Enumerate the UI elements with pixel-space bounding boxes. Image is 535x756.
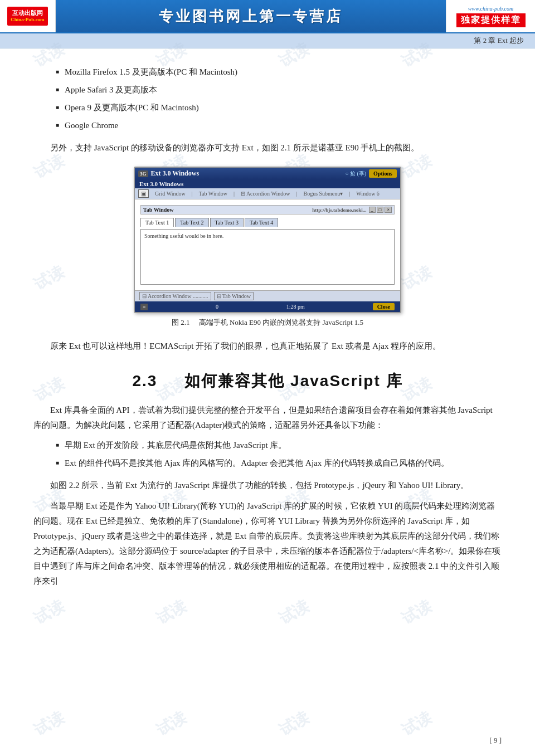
paragraph-5: 当最早期 Ext 还是作为 Yahoo UI! Library(简称 YUI)的… [33, 499, 502, 589]
figure-label: 图 2.1 [172, 318, 190, 326]
nav-grid-window[interactable]: Grid Window [152, 189, 189, 198]
section-heading: 2.3 如何兼容其他 JavaScript 库 [33, 370, 502, 392]
tab-text-2[interactable]: Tab Text 2 [175, 218, 208, 227]
section-number: 2.3 [132, 372, 157, 389]
nokia-title-bar: 3G Ext 3.0 Windows ○ 抢 (季) Options [135, 168, 400, 179]
page-number: [ 9 ] [489, 736, 502, 745]
paragraph-3: Ext 库具备全面的 API，尝试着为我们提供完整的整合开发平台，但是如果结合遗… [33, 403, 502, 433]
header-slogan: 独家提供样章 [456, 13, 526, 27]
section-heading-text: 2.3 如何兼容其他 JavaScript 库 [132, 372, 402, 389]
main-content: Mozilla Firefox 1.5 及更高版本(PC 和 Macintosh… [0, 48, 535, 606]
logo: 互动出版网 China-Pub.com [0, 0, 56, 32]
nokia-restore-btn[interactable]: □ [377, 207, 384, 213]
nav-tab-window[interactable]: Tab Window [196, 189, 231, 198]
feature-list: 早期 Ext 的开发阶段，其底层代码是依附其他 JavaScript 库。 Ex… [56, 438, 502, 470]
tab-window-btn[interactable]: ⊟ Tab Window [214, 292, 254, 300]
list-item: Ext 的组件代码不是按其他 Ajax 库的风格写的。Adapter 会把其他 … [56, 456, 502, 470]
nokia-nav-bar: ▣ Grid Window | Tab Window | ⊟ Accordion… [135, 188, 400, 199]
nokia-inner-title: Tab Window http://bjs.tabdemo.noki... _ … [140, 205, 395, 214]
nokia-status-bar: ≡ 0 1:28 pm Close [135, 301, 400, 312]
accordion-btn[interactable]: ⊟ Accordion Window ........... [139, 292, 211, 300]
figure-2-1: 3G Ext 3.0 Windows ○ 抢 (季) Options Ext 3… [33, 167, 502, 328]
paragraph-4: 如图 2.2 所示，当前 Ext 为流行的 JavaScript 库提供了功能的… [33, 478, 502, 493]
nokia-minimize-btn[interactable]: _ [369, 207, 376, 213]
nokia-3g-badge: 3G [138, 170, 148, 177]
nokia-status-left: 0 [216, 304, 218, 310]
site-title-text: 专业图书网上第一专营店 [159, 7, 343, 26]
nav-icon: ▣ [138, 189, 149, 198]
nokia-tab-area: Tab Text 1 Tab Text 2 Tab Text 3 Tab Tex… [140, 218, 395, 227]
list-item: Apple Safari 3 及更高版本 [56, 83, 502, 96]
tab-text-4[interactable]: Tab Text 4 [245, 218, 278, 227]
figure-caption-text: 高端手机 Nokia E90 内嵌的浏览器支持 JavaScript 1.5 [199, 318, 363, 326]
tab-text-3[interactable]: Tab Text 3 [210, 218, 244, 227]
nokia-menu-icon[interactable]: ≡ [140, 304, 148, 310]
nokia-bottom-bar: ⊟ Accordion Window ........... ⊟ Tab Win… [135, 290, 400, 301]
nokia-close-button[interactable]: Close [373, 303, 395, 310]
list-item: Opera 9 及更高版本(PC 和 Macintosh) [56, 101, 502, 114]
nokia-close-btn-inner[interactable]: × [385, 207, 392, 213]
list-item: 早期 Ext 的开发阶段，其底层代码是依附其他 JavaScript 库。 [56, 438, 502, 452]
chapter-bar: 第 2 章 Ext 起步 [0, 33, 535, 48]
nokia-url: http://bjs.tabdemo.noki... [312, 207, 366, 213]
header: 互动出版网 China-Pub.com 专业图书网上第一专营店 www.chin… [0, 0, 535, 33]
logo-title: 互动出版网 [11, 9, 44, 17]
nokia-signal: ○ 抢 (季) [345, 170, 366, 178]
nokia-options-button: Options [369, 169, 397, 178]
nokia-content-area: Tab Window http://bjs.tabdemo.noki... _ … [135, 199, 400, 290]
site-title: 专业图书网上第一专营店 [56, 0, 446, 32]
nokia-url-and-controls: http://bjs.tabdemo.noki... _ □ × [312, 207, 392, 213]
nokia-inner-title-text: Tab Window [143, 207, 174, 213]
paragraph-2: 原来 Ext 也可以这样地用！ECMAScript 开拓了我们的眼界，也真正地拓… [33, 339, 502, 354]
chapter-label: 第 2 章 Ext 起步 [474, 36, 524, 45]
header-right: www.china-pub.com 独家提供样章 [446, 0, 535, 32]
paragraph-1: 另外，支持 JavaScript 的移动设备的浏览器亦可支持 Ext，如图 2.… [33, 140, 502, 155]
list-item: Google Chrome [56, 119, 502, 132]
browser-list: Mozilla Firefox 1.5 及更高版本(PC 和 Macintosh… [56, 65, 502, 132]
nokia-screenshot: 3G Ext 3.0 Windows ○ 抢 (季) Options Ext 3… [134, 167, 401, 313]
nokia-title-main: Ext 3.0 Windows [151, 169, 200, 178]
nokia-inner-window: Something useful would be in here. [140, 229, 395, 285]
nokia-title-right: ○ 抢 (季) Options [345, 169, 397, 178]
list-item: Mozilla Firefox 1.5 及更高版本(PC 和 Macintosh… [56, 65, 502, 79]
nav-bogus[interactable]: Bogus Submenu▾ [300, 189, 346, 198]
header-url: www.china-pub.com [468, 6, 513, 12]
nokia-sub-header: Ext 3.0 Windows [135, 179, 400, 188]
nav-window6[interactable]: Window 6 [353, 189, 383, 198]
logo-subtitle: China-Pub.com [11, 17, 44, 23]
figure-caption: 图 2.1 高端手机 Nokia E90 内嵌的浏览器支持 JavaScript… [172, 318, 363, 328]
tab-text-1[interactable]: Tab Text 1 [140, 218, 174, 227]
logo-box: 互动出版网 China-Pub.com [7, 7, 47, 26]
nokia-status-time: 1:28 pm [286, 304, 305, 310]
nokia-content-text: Something useful would be in here. [144, 233, 391, 239]
nokia-window-controls: _ □ × [369, 207, 392, 213]
nav-accordion[interactable]: ⊟ Accordion Window [237, 189, 294, 198]
nokia-title-left: 3G Ext 3.0 Windows [138, 169, 199, 178]
section-title: 如何兼容其他 JavaScript 库 [184, 372, 402, 389]
